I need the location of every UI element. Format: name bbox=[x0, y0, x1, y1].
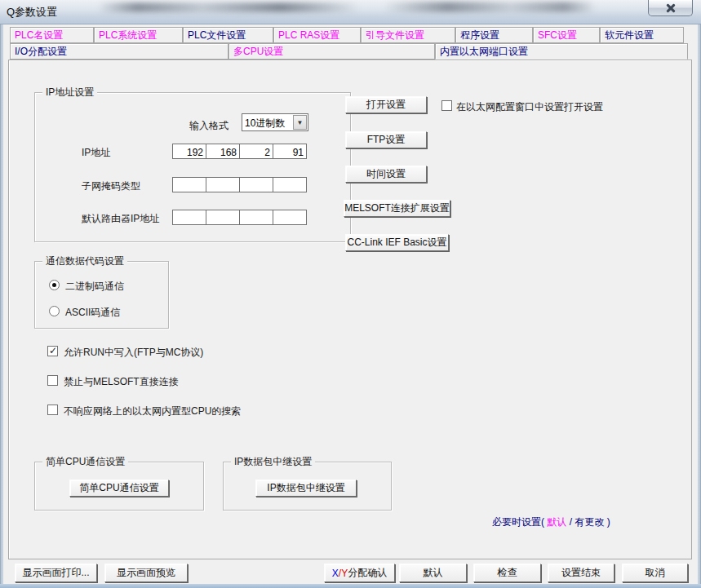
time-setting-button[interactable]: 时间设置 bbox=[345, 166, 427, 183]
open-setting-button[interactable]: 打开设置 bbox=[345, 96, 427, 113]
tab-multi-cpu[interactable]: 多CPU设置 bbox=[228, 43, 435, 60]
subnet-octet-3[interactable] bbox=[239, 177, 273, 192]
router-octet-2[interactable] bbox=[206, 210, 240, 225]
title-bar: Q参数设置 bbox=[0, 0, 701, 24]
router-octet-4[interactable] bbox=[273, 210, 307, 225]
melsoft-extension-button[interactable]: MELSOFT连接扩展设置 bbox=[344, 200, 450, 217]
window-frame-right bbox=[698, 24, 701, 588]
simple-cpu-setting-button[interactable]: 简单CPU通信设置 bbox=[69, 480, 169, 497]
ip-octet-4[interactable] bbox=[273, 144, 307, 159]
router-octet-1[interactable] bbox=[172, 210, 206, 225]
window-frame-left bbox=[0, 24, 3, 588]
ip-packet-relay-button[interactable]: IP数据包中继设置 bbox=[255, 480, 357, 497]
window-frame-bottom bbox=[0, 584, 701, 588]
titlebar-blur-artifact bbox=[98, 2, 359, 12]
xy-rest-part: 分配确认 bbox=[348, 566, 387, 580]
tab-io-assignment[interactable]: I/O分配设置 bbox=[10, 43, 228, 60]
close-button[interactable] bbox=[648, 0, 693, 16]
tab-builtin-ethernet[interactable]: 内置以太网端口设置 bbox=[435, 43, 688, 60]
ip-octet-3[interactable] bbox=[239, 144, 273, 159]
chevron-down-icon[interactable]: ▼ bbox=[293, 115, 307, 130]
cclink-ief-basic-button[interactable]: CC-Link IEF Basic设置 bbox=[345, 234, 449, 251]
subnet-octet-1[interactable] bbox=[172, 177, 206, 192]
q-parameter-dialog: Q参数设置 PLC名设置 PLC系统设置 PLC文件设置 PLC RAS设置 引… bbox=[0, 0, 701, 588]
tab-sfc[interactable]: SFC设置 bbox=[533, 27, 600, 43]
disable-melsoft-label: 禁止与MELSOFT直接连接 bbox=[64, 375, 179, 389]
router-octet-3[interactable] bbox=[239, 210, 273, 225]
allow-run-write-label: 允许RUN中写入(FTP与MC协议) bbox=[64, 346, 203, 360]
required-note-default: 默认 bbox=[547, 516, 566, 528]
xy-x-part: X bbox=[332, 568, 339, 579]
close-icon bbox=[666, 3, 675, 12]
subnet-octet-4[interactable] bbox=[273, 177, 307, 192]
input-format-value: 10进制数 bbox=[245, 117, 285, 130]
no-response-search-label: 不响应网络上的以太网内置型CPU的搜索 bbox=[64, 405, 241, 418]
ip-address-group-title: IP地址设置 bbox=[42, 86, 97, 98]
tab-plc-name[interactable]: PLC名设置 bbox=[10, 27, 94, 43]
open-in-ethernet-label: 在以太网配置窗口中设置打开设置 bbox=[456, 100, 603, 114]
tab-program[interactable]: 程序设置 bbox=[455, 27, 533, 43]
check-button[interactable]: 检查 bbox=[473, 564, 541, 582]
required-note: 必要时设置( 默认 / 有更改 ) bbox=[492, 515, 610, 529]
titlebar-blur-artifact bbox=[384, 2, 596, 12]
default-button[interactable]: 默认 bbox=[399, 564, 467, 582]
required-note-suffix: ) bbox=[607, 516, 610, 528]
xy-assignment-confirm-button[interactable]: X/Y分配确认 bbox=[324, 564, 395, 582]
print-screen-button[interactable]: 显示画面打印... bbox=[15, 564, 97, 582]
required-note-separator: / bbox=[570, 516, 572, 528]
preview-screen-button[interactable]: 显示画面预览 bbox=[104, 564, 188, 582]
binary-comm-radio[interactable] bbox=[49, 280, 60, 290]
ftp-setting-button[interactable]: FTP设置 bbox=[345, 131, 427, 148]
ascii-comm-label: ASCII码通信 bbox=[65, 306, 120, 320]
setting-finish-button[interactable]: 设置结束 bbox=[548, 564, 614, 582]
comm-code-group-title: 通信数据代码设置 bbox=[42, 255, 127, 267]
tab-boot-file[interactable]: 引导文件设置 bbox=[361, 27, 455, 43]
binary-comm-label: 二进制码通信 bbox=[65, 280, 124, 294]
ip-address-label: IP地址 bbox=[82, 146, 110, 160]
no-response-search-checkbox[interactable] bbox=[47, 405, 58, 415]
ascii-comm-radio[interactable] bbox=[49, 306, 60, 316]
input-format-select[interactable]: 10进制数 ▼ bbox=[242, 113, 308, 131]
simple-cpu-group-title: 简单CPU通信设置 bbox=[42, 456, 128, 467]
required-note-prefix: 必要时设置( bbox=[492, 516, 544, 528]
default-router-label: 默认路由器IP地址 bbox=[82, 212, 159, 226]
required-note-changed: 有更改 bbox=[575, 516, 604, 528]
input-format-label: 输入格式 bbox=[189, 119, 228, 133]
xy-slash-y-part: /Y bbox=[339, 568, 348, 579]
tab-device[interactable]: 软元件设置 bbox=[600, 27, 684, 43]
tab-plc-ras[interactable]: PLC RAS设置 bbox=[273, 27, 361, 43]
tab-plc-file[interactable]: PLC文件设置 bbox=[183, 27, 273, 43]
open-in-ethernet-checkbox[interactable] bbox=[441, 100, 452, 111]
subnet-mask-label: 子网掩码类型 bbox=[82, 179, 140, 193]
subnet-octet-2[interactable] bbox=[206, 177, 240, 192]
ip-packet-group-title: IP数据包中继设置 bbox=[231, 456, 315, 467]
disable-melsoft-checkbox[interactable] bbox=[47, 375, 58, 386]
allow-run-write-checkbox[interactable] bbox=[47, 346, 58, 356]
window-title: Q参数设置 bbox=[7, 5, 57, 20]
ip-octet-1[interactable] bbox=[172, 144, 206, 159]
cancel-button[interactable]: 取消 bbox=[622, 564, 688, 582]
tab-plc-system[interactable]: PLC系统设置 bbox=[94, 27, 183, 43]
ip-octet-2[interactable] bbox=[206, 144, 240, 159]
